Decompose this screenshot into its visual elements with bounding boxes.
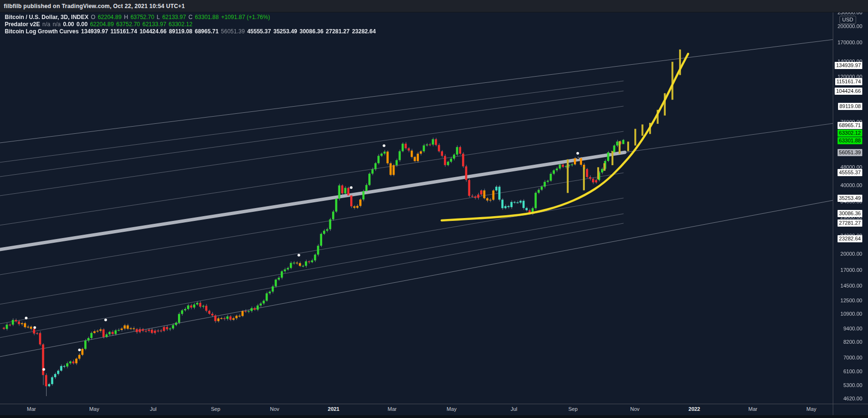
legend-segment: 0.00: [63, 21, 74, 28]
legend-segment: 23282.64: [352, 28, 376, 35]
legend-segment: Bitcoin Log Growth Curves: [5, 28, 79, 35]
legend-segment: +1091.87 (+1.76%): [221, 14, 270, 20]
price-tick-label: 20000.00: [840, 250, 862, 257]
time-tick-label: Nov: [630, 406, 640, 412]
legend-segment: H: [124, 14, 128, 20]
legend-segment: 63752.70: [116, 21, 140, 28]
legend-segment: 62204.89: [98, 14, 121, 20]
time-tick-label: Sep: [568, 406, 578, 412]
time-tick-label: Jul: [150, 406, 157, 412]
indicator-value-label: 35253.49: [838, 195, 862, 202]
legend-segment: 35253.49: [273, 28, 297, 35]
legend-segment: 62204.89: [90, 21, 114, 28]
legend-segment: 27281.27: [326, 28, 350, 35]
publish-line: filbfilb published on TradingView.com, O…: [4, 3, 185, 10]
legend-segment: 62133.97: [142, 21, 166, 28]
legend-segment: 0.00: [77, 21, 88, 28]
chart-legend[interactable]: Bitcoin / U.S. Dollar, 3D, INDEXO62204.8…: [5, 14, 378, 35]
price-tick-label: 14500.00: [840, 282, 862, 289]
price-tick-label: 10900.00: [840, 310, 862, 317]
price-tick-label: 5300.00: [843, 382, 862, 388]
price-tick-label: 12500.00: [840, 297, 862, 304]
indicator-value-label: 30086.36: [838, 210, 862, 217]
legend-segment: 63302.12: [168, 21, 192, 28]
last-price-label: 63301.88: [838, 137, 862, 144]
legend-predator-row[interactable]: Predator v2En/an/a0.000.0062204.8963752.…: [5, 21, 378, 28]
price-tick-label: 40000.00: [840, 182, 862, 189]
time-tick-label: Nov: [270, 406, 279, 412]
time-tick-label: 2022: [689, 406, 700, 412]
price-tick-label: 200000.00: [838, 23, 862, 30]
price-tick-label: 4620.00: [843, 395, 862, 402]
indicator-value-label: 23282.64: [838, 235, 862, 242]
legend-segment: 115161.74: [110, 28, 137, 35]
price-tick-label: 17000.00: [840, 267, 862, 273]
indicator-value-label: 104424.66: [835, 88, 862, 95]
price-tick-label: 6100.00: [843, 368, 862, 375]
legend-segment: 89119.08: [169, 28, 192, 35]
indicator-value-label: 45555.37: [838, 169, 862, 176]
legend-segment: n/a: [53, 21, 61, 28]
legend-segment: 68965.71: [195, 28, 218, 35]
time-tick-label: May: [447, 406, 457, 412]
indicator-value-label: 27281.27: [838, 219, 862, 227]
time-tick-label: May: [89, 406, 99, 412]
price-tick-label: 170000.00: [838, 39, 862, 46]
legend-segment: O: [91, 14, 95, 20]
legend-segment: Predator v2E: [5, 21, 40, 28]
last-price-label: 63302.12: [838, 129, 862, 137]
price-tick-label: 7000.00: [843, 354, 862, 361]
legend-symbol-row[interactable]: Bitcoin / U.S. Dollar, 3D, INDEXO62204.8…: [5, 14, 378, 21]
time-tick-label: Jul: [511, 406, 517, 412]
legend-segment: 45555.37: [247, 28, 271, 35]
legend-segment: 134939.97: [81, 28, 108, 35]
currency-badge[interactable]: USD: [839, 16, 856, 24]
tradingview-chart-window: filbfilb published on TradingView.com, O…: [0, 0, 868, 418]
indicator-value-label: 68965.71: [838, 122, 862, 129]
time-tick-label: Mar: [749, 406, 758, 412]
time-tick-label: Sep: [211, 406, 220, 412]
axis-corner: [833, 404, 868, 416]
indicator-value-label: 134939.97: [835, 62, 862, 69]
candlestick-chart-canvas[interactable]: [0, 0, 868, 418]
legend-segment: 30086.36: [300, 28, 324, 35]
legend-segment: L: [157, 14, 160, 20]
legend-segment: 104424.66: [139, 28, 167, 35]
legend-segment: n/a: [42, 21, 50, 28]
time-axis[interactable]: MarMayJulSepNov2021MarMayJulSepNov2022Ma…: [0, 404, 833, 416]
legend-segment: 63301.88: [195, 14, 219, 20]
publish-header-bar: filbfilb published on TradingView.com, O…: [0, 0, 868, 12]
indicator-value-label: 89119.08: [838, 103, 862, 110]
time-tick-label: Mar: [27, 406, 36, 412]
time-tick-label: May: [807, 406, 817, 412]
indicator-value-label: 115161.74: [835, 78, 862, 85]
price-tick-label: 8200.00: [843, 338, 862, 345]
price-tick-label: 9400.00: [843, 325, 862, 332]
price-axis[interactable]: USD 230000.00200000.00170000.00140000.00…: [833, 12, 868, 404]
legend-segment: 63752.70: [130, 14, 154, 20]
countdown-price-label: 56051.39: [838, 149, 862, 156]
legend-segment: 62133.97: [162, 14, 186, 20]
legend-segment: C: [188, 14, 193, 20]
time-tick-label: 2021: [328, 406, 339, 412]
legend-segment: Bitcoin / U.S. Dollar, 3D, INDEX: [5, 14, 89, 20]
time-tick-label: Mar: [388, 406, 397, 412]
bottom-strip: [0, 415, 868, 418]
legend-segment: 56051.39: [221, 28, 245, 35]
legend-lgc-row[interactable]: Bitcoin Log Growth Curves134939.97115161…: [5, 28, 378, 35]
